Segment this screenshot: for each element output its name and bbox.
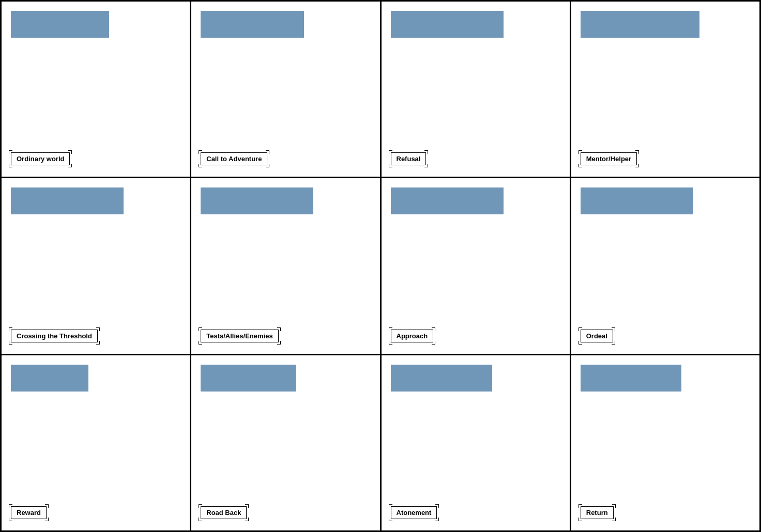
cell-ordinary-world: Ordinary world	[2, 2, 191, 178]
image-atonement	[391, 365, 492, 392]
cell-atonement: Atonement	[382, 355, 571, 532]
label-tests-allies-enemies: Tests/Allies/Enemies	[201, 330, 278, 342]
label-road-back: Road Back	[201, 506, 247, 519]
cell-crossing-threshold: Crossing the Threshold	[2, 178, 191, 355]
cell-mentor-helper: Mentor/Helper	[571, 2, 761, 178]
image-crossing-threshold	[11, 187, 124, 214]
label-wrapper-reward: Reward	[11, 506, 47, 519]
image-approach	[391, 187, 504, 214]
cell-approach: Approach	[382, 178, 571, 355]
label-mentor-helper: Mentor/Helper	[581, 152, 637, 165]
label-wrapper-road-back: Road Back	[201, 506, 247, 519]
image-ordinary-world	[11, 11, 109, 38]
image-ordeal	[581, 187, 693, 214]
label-approach: Approach	[391, 330, 434, 342]
label-refusal: Refusal	[391, 152, 427, 165]
label-crossing-threshold: Crossing the Threshold	[11, 330, 98, 342]
cell-reward: Reward	[2, 355, 191, 532]
label-wrapper-call-to-adventure: Call to Adventure	[201, 152, 267, 165]
label-ordinary-world: Ordinary world	[11, 152, 70, 165]
label-wrapper-atonement: Atonement	[391, 506, 437, 519]
label-wrapper-approach: Approach	[391, 330, 434, 342]
story-grid: Ordinary world Call to Adventure Refusal	[0, 0, 761, 532]
image-road-back	[201, 365, 296, 392]
image-call-to-adventure	[201, 11, 304, 38]
cell-return: Return	[571, 355, 761, 532]
image-return	[581, 365, 681, 392]
label-reward: Reward	[11, 506, 47, 519]
label-wrapper-tests-allies-enemies: Tests/Allies/Enemies	[201, 330, 278, 342]
cell-tests-allies-enemies: Tests/Allies/Enemies	[191, 178, 381, 355]
label-wrapper-return: Return	[581, 506, 614, 519]
image-refusal	[391, 11, 504, 38]
label-wrapper-crossing-threshold: Crossing the Threshold	[11, 330, 98, 342]
label-wrapper-mentor-helper: Mentor/Helper	[581, 152, 637, 165]
cell-road-back: Road Back	[191, 355, 381, 532]
cell-refusal: Refusal	[382, 2, 571, 178]
cell-call-to-adventure: Call to Adventure	[191, 2, 381, 178]
label-return: Return	[581, 506, 614, 519]
image-tests-allies-enemies	[201, 187, 313, 214]
image-mentor-helper	[581, 11, 699, 38]
cell-ordeal: Ordeal	[571, 178, 761, 355]
label-wrapper-ordeal: Ordeal	[581, 330, 613, 342]
image-reward	[11, 365, 88, 392]
label-wrapper-refusal: Refusal	[391, 152, 427, 165]
label-atonement: Atonement	[391, 506, 437, 519]
label-call-to-adventure: Call to Adventure	[201, 152, 267, 165]
label-wrapper-ordinary-world: Ordinary world	[11, 152, 70, 165]
label-ordeal: Ordeal	[581, 330, 613, 342]
